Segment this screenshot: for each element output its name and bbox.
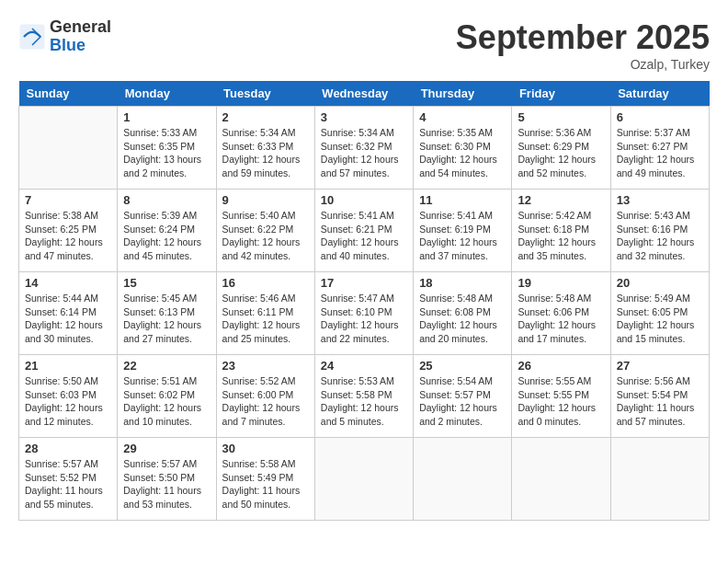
month-title: September 2025 — [456, 18, 710, 57]
day-info: Sunrise: 5:38 AM Sunset: 6:25 PM Dayligh… — [25, 209, 111, 263]
day-info: Sunrise: 5:45 AM Sunset: 6:13 PM Dayligh… — [123, 292, 210, 346]
day-info: Sunrise: 5:34 AM Sunset: 6:32 PM Dayligh… — [321, 126, 407, 180]
day-number: 18 — [419, 276, 506, 290]
day-info: Sunrise: 5:34 AM Sunset: 6:33 PM Dayligh… — [222, 126, 309, 180]
day-info: Sunrise: 5:55 AM Sunset: 5:55 PM Dayligh… — [518, 374, 604, 429]
calendar-day-header: Saturday — [610, 81, 709, 107]
calendar-cell — [314, 438, 413, 521]
day-number: 5 — [518, 110, 604, 124]
day-info: Sunrise: 5:52 AM Sunset: 6:00 PM Dayligh… — [222, 374, 309, 429]
calendar-cell: 19Sunrise: 5:48 AM Sunset: 6:06 PM Dayli… — [512, 272, 610, 355]
calendar-cell: 5Sunrise: 5:36 AM Sunset: 6:29 PM Daylig… — [512, 107, 610, 190]
day-number: 20 — [617, 276, 703, 290]
day-info: Sunrise: 5:40 AM Sunset: 6:22 PM Dayligh… — [222, 209, 309, 263]
day-info: Sunrise: 5:53 AM Sunset: 5:58 PM Dayligh… — [321, 374, 407, 429]
day-info: Sunrise: 5:42 AM Sunset: 6:18 PM Dayligh… — [518, 209, 604, 263]
day-number: 1 — [123, 110, 210, 124]
day-number: 13 — [617, 193, 703, 207]
day-info: Sunrise: 5:48 AM Sunset: 6:08 PM Dayligh… — [419, 292, 506, 346]
calendar-cell: 27Sunrise: 5:56 AM Sunset: 5:54 PM Dayli… — [610, 355, 709, 438]
page-header: General Blue September 2025 Ozalp, Turke… — [18, 18, 710, 72]
calendar-cell: 3Sunrise: 5:34 AM Sunset: 6:32 PM Daylig… — [314, 107, 413, 190]
day-number: 12 — [518, 193, 604, 207]
calendar-cell — [610, 438, 709, 521]
calendar-cell: 1Sunrise: 5:33 AM Sunset: 6:35 PM Daylig… — [118, 107, 216, 190]
calendar-cell: 6Sunrise: 5:37 AM Sunset: 6:27 PM Daylig… — [610, 107, 709, 190]
day-number: 17 — [321, 276, 407, 290]
location: Ozalp, Turkey — [456, 57, 710, 72]
calendar-table: SundayMondayTuesdayWednesdayThursdayFrid… — [18, 81, 710, 521]
calendar-week-row: 1Sunrise: 5:33 AM Sunset: 6:35 PM Daylig… — [19, 107, 710, 190]
calendar-cell — [414, 438, 512, 521]
calendar-cell — [512, 438, 610, 521]
day-number: 11 — [419, 193, 506, 207]
calendar-cell: 21Sunrise: 5:50 AM Sunset: 6:03 PM Dayli… — [19, 355, 118, 438]
logo-blue: Blue — [50, 37, 111, 55]
calendar-cell: 8Sunrise: 5:39 AM Sunset: 6:24 PM Daylig… — [118, 190, 216, 272]
calendar-day-header: Thursday — [414, 81, 512, 107]
calendar-cell: 15Sunrise: 5:45 AM Sunset: 6:13 PM Dayli… — [118, 272, 216, 355]
calendar-cell: 10Sunrise: 5:41 AM Sunset: 6:21 PM Dayli… — [314, 190, 413, 272]
day-info: Sunrise: 5:58 AM Sunset: 5:49 PM Dayligh… — [222, 457, 309, 511]
day-info: Sunrise: 5:36 AM Sunset: 6:29 PM Dayligh… — [518, 126, 604, 180]
calendar-cell: 18Sunrise: 5:48 AM Sunset: 6:08 PM Dayli… — [414, 272, 512, 355]
day-info: Sunrise: 5:56 AM Sunset: 5:54 PM Dayligh… — [617, 374, 703, 429]
day-number: 8 — [123, 193, 210, 207]
calendar-day-header: Tuesday — [216, 81, 314, 107]
calendar-week-row: 14Sunrise: 5:44 AM Sunset: 6:14 PM Dayli… — [19, 272, 710, 355]
calendar-cell: 7Sunrise: 5:38 AM Sunset: 6:25 PM Daylig… — [19, 190, 118, 272]
day-number: 23 — [222, 359, 309, 373]
calendar-cell: 24Sunrise: 5:53 AM Sunset: 5:58 PM Dayli… — [314, 355, 413, 438]
day-info: Sunrise: 5:39 AM Sunset: 6:24 PM Dayligh… — [123, 209, 210, 263]
calendar-cell: 17Sunrise: 5:47 AM Sunset: 6:10 PM Dayli… — [314, 272, 413, 355]
calendar-cell: 13Sunrise: 5:43 AM Sunset: 6:16 PM Dayli… — [610, 190, 709, 272]
calendar-cell: 30Sunrise: 5:58 AM Sunset: 5:49 PM Dayli… — [216, 438, 314, 521]
day-number: 6 — [617, 110, 703, 124]
day-info: Sunrise: 5:57 AM Sunset: 5:52 PM Dayligh… — [25, 457, 111, 511]
calendar-week-row: 7Sunrise: 5:38 AM Sunset: 6:25 PM Daylig… — [19, 190, 710, 272]
day-info: Sunrise: 5:35 AM Sunset: 6:30 PM Dayligh… — [419, 126, 506, 180]
calendar-cell: 16Sunrise: 5:46 AM Sunset: 6:11 PM Dayli… — [216, 272, 314, 355]
day-number: 22 — [123, 359, 210, 373]
calendar-cell: 25Sunrise: 5:54 AM Sunset: 5:57 PM Dayli… — [414, 355, 512, 438]
day-info: Sunrise: 5:48 AM Sunset: 6:06 PM Dayligh… — [518, 292, 604, 346]
day-number: 2 — [222, 110, 309, 124]
day-number: 21 — [25, 359, 111, 373]
calendar-cell: 22Sunrise: 5:51 AM Sunset: 6:02 PM Dayli… — [118, 355, 216, 438]
calendar-cell: 29Sunrise: 5:57 AM Sunset: 5:50 PM Dayli… — [118, 438, 216, 521]
calendar-cell: 14Sunrise: 5:44 AM Sunset: 6:14 PM Dayli… — [19, 272, 118, 355]
calendar-header-row: SundayMondayTuesdayWednesdayThursdayFrid… — [19, 81, 710, 107]
day-number: 9 — [222, 193, 309, 207]
calendar-cell: 23Sunrise: 5:52 AM Sunset: 6:00 PM Dayli… — [216, 355, 314, 438]
day-number: 14 — [25, 276, 111, 290]
day-number: 16 — [222, 276, 309, 290]
day-info: Sunrise: 5:41 AM Sunset: 6:19 PM Dayligh… — [419, 209, 506, 263]
calendar-day-header: Sunday — [19, 81, 118, 107]
day-number: 10 — [321, 193, 407, 207]
logo-text: General Blue — [50, 18, 111, 55]
calendar-cell: 20Sunrise: 5:49 AM Sunset: 6:05 PM Dayli… — [610, 272, 709, 355]
day-number: 26 — [518, 359, 604, 373]
calendar-day-header: Wednesday — [314, 81, 413, 107]
day-number: 30 — [222, 442, 309, 455]
calendar-cell — [19, 107, 118, 190]
calendar-cell: 28Sunrise: 5:57 AM Sunset: 5:52 PM Dayli… — [19, 438, 118, 521]
day-info: Sunrise: 5:33 AM Sunset: 6:35 PM Dayligh… — [123, 126, 210, 180]
day-info: Sunrise: 5:49 AM Sunset: 6:05 PM Dayligh… — [617, 292, 703, 346]
calendar-cell: 9Sunrise: 5:40 AM Sunset: 6:22 PM Daylig… — [216, 190, 314, 272]
day-info: Sunrise: 5:46 AM Sunset: 6:11 PM Dayligh… — [222, 292, 309, 346]
calendar-week-row: 28Sunrise: 5:57 AM Sunset: 5:52 PM Dayli… — [19, 438, 710, 521]
day-info: Sunrise: 5:51 AM Sunset: 6:02 PM Dayligh… — [123, 374, 210, 429]
day-number: 28 — [25, 442, 111, 455]
day-info: Sunrise: 5:41 AM Sunset: 6:21 PM Dayligh… — [321, 209, 407, 263]
day-info: Sunrise: 5:44 AM Sunset: 6:14 PM Dayligh… — [25, 292, 111, 346]
calendar-cell: 4Sunrise: 5:35 AM Sunset: 6:30 PM Daylig… — [414, 107, 512, 190]
day-number: 15 — [123, 276, 210, 290]
day-info: Sunrise: 5:37 AM Sunset: 6:27 PM Dayligh… — [617, 126, 703, 180]
day-number: 19 — [518, 276, 604, 290]
calendar-week-row: 21Sunrise: 5:50 AM Sunset: 6:03 PM Dayli… — [19, 355, 710, 438]
calendar-body: 1Sunrise: 5:33 AM Sunset: 6:35 PM Daylig… — [19, 107, 710, 521]
day-info: Sunrise: 5:50 AM Sunset: 6:03 PM Dayligh… — [25, 374, 111, 429]
calendar-day-header: Monday — [118, 81, 216, 107]
title-block: September 2025 Ozalp, Turkey — [456, 18, 710, 72]
